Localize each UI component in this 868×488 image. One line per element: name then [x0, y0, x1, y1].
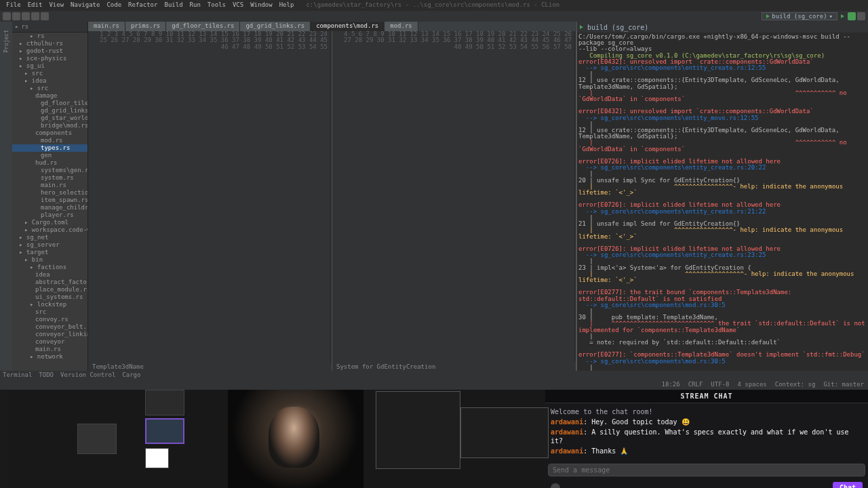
menu-run[interactable]: Run	[186, 1, 204, 9]
tree-item[interactable]: gen	[12, 152, 87, 159]
editor-tab[interactable]: mod.rs	[384, 22, 418, 31]
open-icon[interactable]	[3, 12, 11, 20]
editor-tab[interactable]: gd_grid_links.rs	[240, 22, 311, 31]
tree-item[interactable]: gd_grid_links.rs	[12, 107, 87, 115]
cargo-tool[interactable]: Cargo	[122, 371, 140, 378]
editor-tab[interactable]: main.rs	[88, 22, 125, 31]
thumbnail-ide-dup[interactable]	[376, 391, 460, 469]
bottom-tool-bar[interactable]: Terminal TODO Version Control Cargo	[0, 371, 868, 379]
tree-item[interactable]: ▸ factions	[12, 264, 87, 271]
tree-item[interactable]: damage	[12, 92, 87, 100]
fwd-icon[interactable]	[41, 12, 49, 20]
tree-item[interactable]: ▸ sg_ui	[12, 62, 87, 70]
menu-vcs[interactable]: VCS	[229, 1, 247, 9]
tree-item[interactable]: idea	[12, 271, 87, 279]
tree-item[interactable]: src	[12, 308, 87, 316]
tree-item[interactable]: ▸ workspace.code-workspace	[12, 226, 87, 234]
left-tool-strip[interactable]: Project	[0, 22, 12, 371]
editor-left[interactable]: 1 2 3 4 5 6 7 8 9 10 11 12 13 14 15 16 1…	[88, 31, 332, 371]
tree-item[interactable]: systems\gen.rs	[12, 167, 87, 174]
menu-help[interactable]: Help	[276, 1, 298, 9]
project-tree[interactable]: ▸ rs ▸ rs▸ cthulhu·rs▸ godot-rust▸ sce-p…	[12, 22, 88, 371]
tree-item[interactable]: ▸ src	[12, 85, 87, 92]
tree-item[interactable]: ▸ sg_net	[12, 234, 87, 241]
save-icon[interactable]	[12, 12, 20, 20]
editor-tab[interactable]: gd_floor_tiles.rs	[166, 22, 240, 31]
menu-build[interactable]: Build	[161, 1, 186, 9]
tree-item[interactable]: system.rs	[12, 174, 87, 182]
tree-item[interactable]: ▸ lockstep	[12, 301, 87, 308]
tree-item[interactable]: ▸ cthulhu·rs	[12, 40, 87, 47]
tree-item[interactable]: ▸ sg_server	[12, 241, 87, 249]
git-branch[interactable]: Git: master	[823, 381, 864, 388]
code-content[interactable]: use sg_simulation::lockstep::{GlobalWorl…	[574, 31, 576, 363]
tree-item[interactable]: conveyor_belt.rs	[12, 323, 87, 331]
menu-tools[interactable]: Tools	[204, 1, 229, 9]
stop-icon[interactable]	[857, 12, 865, 20]
tree-item[interactable]: hero_selection	[12, 189, 87, 197]
tree-item[interactable]: gd_star_world_link.rs	[12, 115, 87, 122]
tree-item[interactable]: player.rs	[12, 211, 87, 219]
sync-icon[interactable]	[22, 12, 30, 20]
thumbnail-browser[interactable]	[77, 424, 117, 454]
tree-item[interactable]: types.rs	[12, 144, 87, 152]
todo-tool[interactable]: TODO	[39, 371, 54, 378]
build-tool-window[interactable]: build (sg_core) C:/Users/tom/.cargo/bin/…	[576, 22, 868, 371]
tree-item[interactable]: ▸ src	[12, 70, 87, 77]
tree-item[interactable]: ▸ godot-rust	[12, 47, 87, 55]
tree-item[interactable]: place_module.rs	[12, 286, 87, 293]
line-ending[interactable]: CRLF	[688, 381, 703, 388]
menu-navigate[interactable]: Navigate	[67, 1, 103, 9]
taskbar-strip[interactable]	[0, 390, 9, 488]
tree-item[interactable]: main.rs	[12, 182, 87, 189]
chat-send-button[interactable]: Chat	[833, 482, 863, 488]
tree-item[interactable]: item_spawn.rs	[12, 197, 87, 204]
tree-item[interactable]: components	[12, 129, 87, 137]
editor-right[interactable]: 4 5 6 7 8 9 10 11 12 13 14 15 16 17 18 1…	[332, 31, 576, 371]
encoding[interactable]: UTF-8	[711, 381, 729, 388]
menu-file[interactable]: File	[3, 1, 24, 9]
indent[interactable]: 4 spaces	[737, 381, 766, 388]
back-icon[interactable]	[31, 12, 39, 20]
context[interactable]: Context: sg	[775, 381, 816, 388]
run-button[interactable]	[841, 14, 844, 18]
thumbnail-secondary[interactable]	[460, 407, 549, 458]
tree-item[interactable]: ▸ rs	[12, 33, 87, 40]
menu-code[interactable]: Code	[103, 1, 125, 9]
code-content[interactable]: mod entity_create; mod entity_move; mod …	[330, 31, 332, 363]
tree-item[interactable]: bridge\mod.rs	[12, 122, 87, 129]
menu-view[interactable]: View	[45, 1, 67, 9]
tree-item[interactable]: main.rs	[12, 346, 87, 353]
run-config-selector[interactable]: build (sg_core) ▾	[762, 12, 837, 20]
tree-item[interactable]: ▸ target	[12, 249, 87, 256]
tree-item[interactable]: mod.rs	[12, 137, 87, 144]
thumbnail-obs-1[interactable]	[145, 390, 184, 415]
editor-tab[interactable]: prims.rs	[125, 22, 166, 31]
tree-item[interactable]: ui_systems.rs	[12, 293, 87, 301]
menu-window[interactable]: Window	[247, 1, 276, 9]
editor-tabs[interactable]: main.rsprims.rsgd_floor_tiles.rsgd_grid_…	[88, 22, 576, 31]
breadcrumb[interactable]: Template3dName	[88, 363, 332, 371]
tree-item[interactable]: ▸ Cargo.toml	[12, 219, 87, 226]
chat-input[interactable]	[548, 464, 865, 476]
tree-item[interactable]: manage_children.rs	[12, 204, 87, 211]
tree-item[interactable]: gd_floor_tiles.rs	[12, 100, 87, 107]
thumbnail-obs-2[interactable]	[145, 418, 184, 444]
tree-item[interactable]: ▸ bin	[12, 256, 87, 264]
menu-refactor[interactable]: Refactor	[125, 1, 161, 9]
tree-item[interactable]: hud.rs	[12, 159, 87, 167]
terminal-tool[interactable]: Terminal	[3, 371, 32, 378]
build-output[interactable]: C:/Users/tom/.cargo/bin/cargo.exe +night…	[577, 33, 868, 371]
project-tree-header[interactable]: ▸ rs	[12, 22, 87, 33]
chat-messages[interactable]: Welcome to the chat room! ardawani: Hey.…	[545, 403, 868, 461]
menu-edit[interactable]: Edit	[24, 1, 46, 9]
menubar[interactable]: File Edit View Navigate Code Refactor Bu…	[0, 0, 868, 11]
vcs-tool[interactable]: Version Control	[60, 371, 115, 378]
project-tool-button[interactable]: Project	[3, 30, 9, 53]
gear-icon[interactable]	[551, 483, 560, 489]
thumbnail-notes[interactable]	[145, 448, 169, 468]
debug-icon[interactable]	[848, 12, 856, 20]
breadcrumb[interactable]: System for GdEntityCreation	[332, 363, 576, 371]
editor-tab[interactable]: components\mod.rs	[311, 22, 384, 31]
tree-item[interactable]: ▸ sce-physics	[12, 55, 87, 62]
